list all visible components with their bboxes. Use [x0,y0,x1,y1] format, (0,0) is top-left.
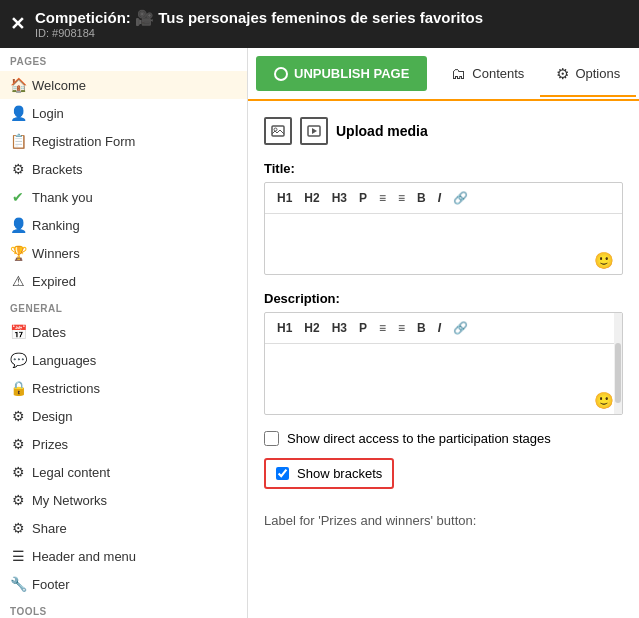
tab-options[interactable]: ⚙ Options [540,53,636,97]
description-editor-area[interactable]: 🙂 [265,344,622,414]
sidebar-item-winners[interactable]: 🏆 Winners [0,239,247,267]
svg-point-1 [274,128,277,131]
header-menu-icon: ☰ [10,548,26,564]
desc-p-btn[interactable]: P [355,319,371,337]
app-header: ✕ Competición: 🎥 Tus personajes femenino… [0,0,639,48]
dates-icon: 📅 [10,324,26,340]
sidebar-label-ranking: Ranking [32,218,80,233]
options-icon: ⚙ [556,65,569,83]
form-icon: 📋 [10,133,26,149]
networks-icon: ⚙ [10,492,26,508]
check-icon: ✔ [10,189,26,205]
sidebar-item-share[interactable]: ⚙ Share [0,514,247,542]
sidebar-label-my-networks: My Networks [32,493,107,508]
title-label: Title: [264,161,623,176]
sidebar-item-dates[interactable]: 📅 Dates [0,318,247,346]
prizes-button-label: Label for 'Prizes and winners' button: [264,513,623,528]
title-emoji-btn[interactable]: 🙂 [594,251,614,270]
show-direct-access-row: Show direct access to the participation … [264,431,623,446]
restrictions-icon: 🔒 [10,380,26,396]
sidebar-item-restrictions[interactable]: 🔒 Restrictions [0,374,247,402]
content-body: Upload media Title: H1 H2 H3 P ≡ ≡ B I 🔗… [248,101,639,548]
description-editor[interactable]: H1 H2 H3 P ≡ ≡ B I 🔗 🙂 [264,312,623,415]
main-layout: PAGES 🏠 Welcome 👤 Login 📋 Registration F… [0,48,639,618]
sidebar-item-header-menu[interactable]: ☰ Header and menu [0,542,247,570]
sidebar: PAGES 🏠 Welcome 👤 Login 📋 Registration F… [0,48,248,618]
h1-btn[interactable]: H1 [273,189,296,207]
upload-media-row: Upload media [264,117,623,145]
footer-icon: 🔧 [10,576,26,592]
sidebar-item-ranking[interactable]: 👤 Ranking [0,211,247,239]
sidebar-item-legal-content[interactable]: ⚙ Legal content [0,458,247,486]
desc-link-btn[interactable]: 🔗 [449,319,472,337]
title-toolbar: H1 H2 H3 P ≡ ≡ B I 🔗 [265,183,622,214]
sidebar-label-welcome: Welcome [32,78,86,93]
desc-h1-btn[interactable]: H1 [273,319,296,337]
sidebar-item-login[interactable]: 👤 Login [0,99,247,127]
description-label: Description: [264,291,623,306]
sidebar-item-brackets[interactable]: ⚙ Brackets [0,155,247,183]
header-title: Competición: 🎥 Tus personajes femeninos … [35,9,629,39]
scrollbar-thumb[interactable] [615,343,621,403]
bold-btn[interactable]: B [413,189,430,207]
show-direct-access-label: Show direct access to the participation … [287,431,551,446]
sidebar-item-languages[interactable]: 💬 Languages [0,346,247,374]
sidebar-label-design: Design [32,409,72,424]
sidebar-label-share: Share [32,521,67,536]
title-editor-area[interactable]: 🙂 [265,214,622,274]
sidebar-item-design[interactable]: ⚙ Design [0,402,247,430]
sidebar-item-expired[interactable]: ⚠ Expired [0,267,247,295]
unpublish-icon [274,67,288,81]
show-brackets-box: Show brackets [264,458,394,489]
sidebar-label-thankyou: Thank you [32,190,93,205]
languages-icon: 💬 [10,352,26,368]
pages-section-label: PAGES [0,48,247,71]
title-editor[interactable]: H1 H2 H3 P ≡ ≡ B I 🔗 🙂 [264,182,623,275]
link-btn[interactable]: 🔗 [449,189,472,207]
sidebar-label-footer: Footer [32,577,70,592]
ranking-icon: 👤 [10,217,26,233]
scrollbar-track [614,313,622,414]
sidebar-label-prizes: Prizes [32,437,68,452]
sidebar-item-my-networks[interactable]: ⚙ My Networks [0,486,247,514]
ul-btn[interactable]: ≡ [375,189,390,207]
competition-title: Competición: 🎥 Tus personajes femeninos … [35,9,575,27]
desc-h3-btn[interactable]: H3 [328,319,351,337]
design-icon: ⚙ [10,408,26,424]
italic-btn[interactable]: I [434,189,445,207]
sidebar-label-restrictions: Restrictions [32,381,100,396]
show-direct-access-checkbox[interactable] [264,431,279,446]
desc-h2-btn[interactable]: H2 [300,319,323,337]
h2-btn[interactable]: H2 [300,189,323,207]
desc-ul-btn[interactable]: ≡ [375,319,390,337]
ol-btn[interactable]: ≡ [394,189,409,207]
sidebar-label-login: Login [32,106,64,121]
contents-icon: 🗂 [451,65,466,82]
login-icon: 👤 [10,105,26,121]
show-brackets-container: Show brackets [264,458,623,501]
legal-icon: ⚙ [10,464,26,480]
h3-btn[interactable]: H3 [328,189,351,207]
unpublish-button[interactable]: UNPUBLISH PAGE [256,56,427,91]
show-brackets-checkbox[interactable] [276,467,289,480]
sidebar-item-welcome[interactable]: 🏠 Welcome [0,71,247,99]
tab-contents[interactable]: 🗂 Contents [435,53,540,96]
desc-ol-btn[interactable]: ≡ [394,319,409,337]
desc-bold-btn[interactable]: B [413,319,430,337]
sidebar-label-expired: Expired [32,274,76,289]
sidebar-item-footer[interactable]: 🔧 Footer [0,570,247,598]
tab-options-label: Options [575,66,620,81]
svg-rect-0 [272,126,284,136]
p-btn[interactable]: P [355,189,371,207]
sidebar-label-header-menu: Header and menu [32,549,136,564]
sidebar-item-registration-form[interactable]: 📋 Registration Form [0,127,247,155]
competition-id: ID: #908184 [35,27,629,39]
home-icon: 🏠 [10,77,26,93]
sidebar-label-brackets: Brackets [32,162,83,177]
desc-italic-btn[interactable]: I [434,319,445,337]
close-button[interactable]: ✕ [10,13,25,35]
brackets-icon: ⚙ [10,161,26,177]
sidebar-item-prizes[interactable]: ⚙ Prizes [0,430,247,458]
sidebar-item-thankyou[interactable]: ✔ Thank you [0,183,247,211]
description-emoji-btn[interactable]: 🙂 [594,391,614,410]
